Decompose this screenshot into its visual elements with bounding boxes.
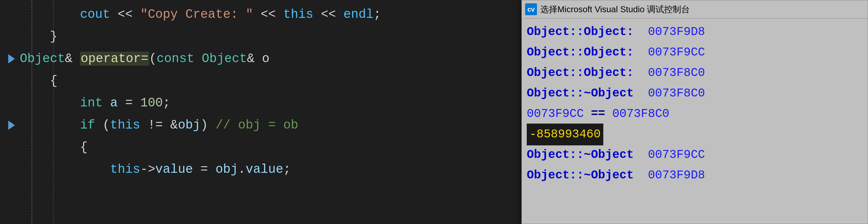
code-token: this <box>110 158 140 180</box>
code-token: a <box>110 92 118 114</box>
code-token: = <box>118 92 140 114</box>
console-line-3: Object::Object: 0073F8C0 <box>527 63 863 83</box>
code-line-6: if ( this != & obj ) // obj = ob <box>0 114 522 136</box>
code-token: Object <box>202 48 247 70</box>
console-text: Object::Object: <box>527 22 648 42</box>
console-icon: cv <box>525 3 537 15</box>
code-line-5: int a = 100 ; <box>0 92 522 114</box>
code-token: << <box>110 3 140 25</box>
code-token: << <box>313 3 343 25</box>
console-text: Object::~Object <box>527 145 648 165</box>
console-address: 0073F8C0 <box>648 63 705 83</box>
code-token: ) <box>200 114 216 136</box>
code-area: cout << "Copy Create: " << this << endl … <box>0 0 522 184</box>
code-line-8: this -> value = obj . value ; <box>0 158 522 180</box>
code-token: obj <box>216 158 238 180</box>
code-token: & o <box>247 48 269 70</box>
code-token: { <box>20 70 57 92</box>
code-token: { <box>20 136 88 158</box>
console-line-2: Object::Object: 0073F9CC <box>527 42 863 63</box>
arrow-icon <box>8 54 15 63</box>
console-text: Object::Object: <box>527 63 648 83</box>
console-text: 0073F8C0 <box>605 104 669 124</box>
code-token: endl <box>344 3 374 25</box>
code-token: << <box>253 3 283 25</box>
console-title: 选择Microsoft Visual Studio 调试控制台 <box>540 4 690 15</box>
console-text: Object::Object: <box>527 42 648 63</box>
console-line-6: -858993460 <box>527 124 863 145</box>
console-titlebar: cv 选择Microsoft Visual Studio 调试控制台 <box>522 0 868 19</box>
console-operator: == <box>591 104 605 124</box>
code-token: "Copy Create: " <box>140 3 253 25</box>
code-token: const <box>156 48 194 70</box>
code-token: = <box>193 158 216 180</box>
code-token: != & <box>140 114 178 136</box>
code-token: value <box>246 158 283 180</box>
console-address: 0073F9D8 <box>648 22 705 42</box>
code-line-1: cout << "Copy Create: " << this << endl … <box>0 3 522 25</box>
console-text: 0073F9CC <box>527 104 591 124</box>
code-line-3: Object & operator= ( const Object & o <box>0 48 522 70</box>
code-token: ( <box>95 114 110 136</box>
code-token: operator= <box>80 48 149 70</box>
console-address: 0073F9D8 <box>648 165 705 186</box>
console-text: Object::~Object <box>527 165 648 186</box>
code-token: . <box>238 158 246 180</box>
console-line-1: Object::Object: 0073F9D8 <box>527 22 863 42</box>
code-line-7: { <box>0 136 522 158</box>
code-token: this <box>283 3 313 25</box>
code-token: int <box>80 92 102 114</box>
code-token: ; <box>283 158 291 180</box>
console-line-4: Object::~Object 0073F8C0 <box>527 83 863 104</box>
code-token <box>194 48 202 70</box>
console-line-5: 0073F9CC == 0073F8C0 <box>527 104 863 124</box>
code-token <box>103 92 110 114</box>
arrow-icon-2 <box>8 120 15 130</box>
code-line-4: { <box>0 70 522 92</box>
code-token: obj <box>178 114 200 136</box>
console-line-8: Object::~Object 0073F9D8 <box>527 165 863 186</box>
console-content: Object::Object: 0073F9D8 Object::Object:… <box>522 19 868 189</box>
code-token: 100 <box>140 92 163 114</box>
console-text: Object::~Object <box>527 83 648 104</box>
code-token: ; <box>163 92 170 114</box>
console-window[interactable]: cv 选择Microsoft Visual Studio 调试控制台 Objec… <box>522 0 868 224</box>
code-token: } <box>20 25 57 48</box>
main-container: cout << "Copy Create: " << this << endl … <box>0 0 868 224</box>
line-indicator <box>3 48 20 70</box>
code-token: this <box>110 114 140 136</box>
code-token: Object <box>20 48 65 70</box>
console-line-7: Object::~Object 0073F9CC <box>527 145 863 165</box>
line-indicator-2 <box>3 114 20 136</box>
console-address: 0073F9CC <box>648 145 705 165</box>
code-token: ( <box>149 48 157 70</box>
code-token: ; <box>374 3 381 25</box>
code-token <box>20 92 80 114</box>
console-highlight-value: -858993460 <box>527 123 603 145</box>
code-token: cout <box>20 3 110 25</box>
code-token <box>20 158 110 180</box>
console-address: 0073F8C0 <box>648 83 705 104</box>
code-token: & <box>65 48 80 70</box>
code-token <box>20 114 80 136</box>
code-token: if <box>80 114 95 136</box>
console-address: 0073F9CC <box>648 42 705 63</box>
code-token: // obj = ob <box>216 114 298 136</box>
code-editor: cout << "Copy Create: " << this << endl … <box>0 0 522 224</box>
code-token: -> <box>140 158 155 180</box>
code-line-2: } <box>0 25 522 48</box>
code-token: value <box>155 158 193 180</box>
console-icon-text: cv <box>527 6 535 13</box>
